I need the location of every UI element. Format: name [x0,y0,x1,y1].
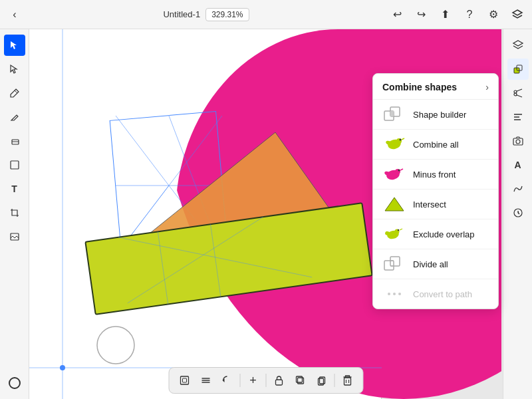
left-toolbar: T [0,29,29,399]
combine-all-item[interactable]: Combine all [373,130,498,160]
svg-marker-42 [385,198,404,211]
grid-bottom-button[interactable] [196,370,216,390]
transform-bottom-button[interactable] [217,370,237,390]
delete-bottom-button[interactable] [338,370,358,390]
shape-tool[interactable] [4,154,25,176]
svg-point-6 [514,90,517,93]
advanced-settings-button[interactable] [507,202,529,223]
svg-point-53 [398,293,401,295]
divide-all-label: Divide all [413,259,448,269]
combine-all-icon [382,134,406,154]
right-toolbar: A [503,29,532,399]
combine-panel-title: Combine shapes [382,82,457,92]
intersect-icon [382,194,406,214]
exclude-overlap-icon [382,224,406,244]
shape-builder-icon [382,104,406,124]
svg-point-7 [514,93,517,96]
align-button[interactable] [507,106,529,128]
svg-point-29 [97,327,134,364]
top-bar: ‹ Untitled-1 329.31% ↩ ↪ ⬆ ? ⚙ [0,0,532,29]
svg-point-12 [516,140,520,144]
curve-button[interactable] [507,178,529,200]
shape-builder-item[interactable]: Shape builder [373,100,498,130]
divide-all-icon [382,254,406,274]
shapes-overlay [29,29,382,399]
svg-rect-47 [384,261,394,270]
divide-all-item[interactable]: Divide all [373,249,498,279]
camera-button[interactable] [507,130,529,152]
intersect-item[interactable]: Intersect [373,190,498,219]
pen-tool[interactable] [4,82,25,104]
combine-panel-arrow: › [485,82,489,92]
redo-button[interactable]: ↪ [412,5,431,24]
svg-point-46 [398,229,399,231]
svg-rect-65 [344,378,351,385]
combine-all-label: Combine all [413,140,459,150]
crop-tool[interactable] [4,202,25,223]
svg-point-3 [9,378,20,388]
convert-to-path-icon [382,284,406,304]
export-button[interactable]: ⬆ [436,5,455,24]
zoom-level[interactable]: 329.31% [205,8,249,21]
svg-rect-48 [390,257,400,266]
type-tool[interactable]: T [4,178,25,200]
minus-front-icon [382,164,406,184]
svg-point-51 [388,293,390,295]
combine-panel-header: Combine shapes › [373,74,498,100]
frame-bottom-button[interactable] [175,370,195,390]
convert-to-path-label: Convert to path [413,289,472,299]
convert-to-path-item[interactable]: Convert to path [373,279,498,309]
pencil-tool[interactable] [4,106,25,128]
minus-front-item[interactable]: Minus front [373,160,498,190]
add-bottom-button[interactable]: + [243,370,263,390]
text-style-button[interactable]: A [507,154,529,176]
copy-paste-bottom-button[interactable] [312,370,332,390]
svg-point-37 [400,139,402,141]
eraser-tool[interactable] [4,130,25,152]
svg-point-41 [398,170,400,172]
intersect-label: Intersect [413,200,446,209]
svg-point-52 [393,293,396,295]
undo-button[interactable]: ↩ [388,5,407,24]
document-title: Untitled-1 [163,9,200,19]
minus-front-label: Minus front [413,170,456,180]
image-tool[interactable] [4,226,25,247]
shape-builder-label: Shape builder [413,110,466,120]
help-button[interactable]: ? [460,5,479,24]
scissors-button[interactable] [507,82,529,104]
svg-rect-1 [11,161,19,169]
back-button[interactable]: ‹ [5,5,24,24]
svg-rect-33 [390,111,394,116]
svg-rect-55 [183,378,187,382]
combine-shapes-panel: Combine shapes › Shape builder Combine [372,73,499,309]
layers-button[interactable] [508,5,527,24]
lock-bottom-button[interactable] [269,370,289,390]
exclude-overlap-label: Exclude overlap [413,229,475,239]
separator-3 [334,374,335,387]
direct-select-tool[interactable] [4,59,25,80]
combine-shapes-button[interactable] [507,59,529,80]
svg-rect-54 [181,376,189,384]
settings-button[interactable]: ⚙ [484,5,503,24]
circle-indicator[interactable] [4,372,25,394]
duplicate-bottom-button[interactable] [291,370,311,390]
svg-rect-60 [276,380,283,385]
bottom-toolbar: + [169,367,364,394]
separator-1 [240,374,241,387]
select-tool[interactable] [4,35,25,56]
separator-2 [266,374,267,387]
exclude-overlap-item[interactable]: Exclude overlap [373,219,498,249]
svg-point-30 [60,365,65,370]
layers-panel-button[interactable] [507,35,529,56]
